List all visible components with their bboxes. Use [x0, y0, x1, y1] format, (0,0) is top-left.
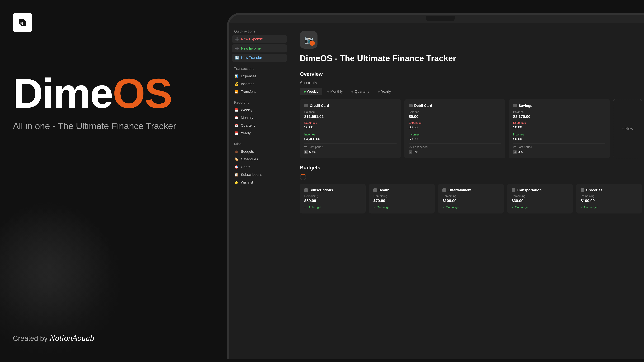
yearly-icon: 📅 — [234, 131, 238, 135]
sidebar-item-yearly[interactable]: 📅 Yearly — [232, 129, 287, 137]
savings-incomes-value: $0.00 — [513, 137, 605, 141]
created-by-label: Created by — [13, 334, 48, 342]
debit-percent-value: 0% — [414, 150, 418, 154]
weekly-tab-label: Weekly — [307, 89, 318, 94]
monthly-tab-dot — [327, 91, 329, 92]
sidebar-item-subscriptions[interactable]: 📋 Subscriptions — [232, 171, 287, 179]
quarterly-label: Quarterly — [241, 123, 255, 128]
goals-label: Goals — [241, 165, 250, 169]
sidebar-item-expenses[interactable]: 📊 Expenses — [232, 72, 287, 80]
tab-monthly[interactable]: Monthly — [323, 88, 347, 95]
goals-icon: 🎯 — [234, 165, 238, 169]
main-content: 📷 DimeOS - The Ultimate Finance Tracker … — [290, 23, 644, 359]
savings-card: Savings Balance $2,170.00 Expenses $0.00… — [508, 99, 610, 158]
credit-incomes-label: Incomes — [304, 133, 396, 136]
categories-label: Categories — [241, 157, 258, 161]
yearly-tab-dot — [378, 91, 380, 92]
overview-section: Overview Accounts Weekly Monthly — [300, 71, 642, 158]
yearly-label: Yearly — [241, 131, 250, 135]
health-remaining-label: Remaining — [373, 195, 430, 198]
entertainment-status: ✓ On budget — [442, 206, 499, 209]
debit-percent: ☑ 0% — [409, 150, 501, 154]
transportation-status: ✓ On budget — [512, 206, 568, 209]
reporting-title: Reporting — [232, 100, 287, 105]
credit-percent-value: 59% — [309, 150, 316, 154]
transportation-status-label: On budget — [515, 206, 528, 209]
debit-expenses-label: Expenses — [409, 121, 501, 124]
budget-health-header: Health — [373, 188, 430, 192]
weekly-tab-dot — [304, 91, 306, 92]
transportation-remaining-label: Remaining — [512, 195, 568, 198]
credit-balance-label: Balance — [304, 110, 396, 114]
subscriptions-status-label: On budget — [308, 206, 321, 209]
categories-icon: 🏷️ — [234, 157, 238, 162]
credit-percent: ☑ 59% — [304, 150, 396, 154]
brand-dime: Dime — [13, 70, 113, 117]
left-background — [0, 0, 226, 362]
sidebar-item-transfers[interactable]: 🔁 Transfers — [232, 88, 287, 96]
budget-transportation-header: Transportation — [512, 188, 568, 192]
debit-incomes-label: Incomes — [409, 133, 501, 136]
monthly-label: Monthly — [241, 116, 253, 120]
sidebar-item-goals[interactable]: 🎯 Goals — [232, 163, 287, 171]
quick-actions-section: Quick actions ➕ New Expense ➕ New Income… — [232, 29, 287, 62]
sidebar-item-wishlist[interactable]: ⭐ Wishlist — [232, 179, 287, 186]
app-content: Quick actions ➕ New Expense ➕ New Income… — [229, 23, 644, 359]
groceries-budget-icon — [581, 188, 584, 192]
device-topbar — [229, 15, 644, 23]
orange-dot-decoration — [310, 40, 315, 46]
entertainment-remaining-value: $100.00 — [442, 199, 499, 203]
expenses-label: Expenses — [241, 74, 256, 78]
health-budget-name: Health — [378, 188, 389, 192]
new-transfer-button[interactable]: 🔄 New Transfer — [232, 54, 287, 62]
savings-percent-icon: ☑ — [513, 150, 517, 154]
groceries-status: ✓ On budget — [581, 206, 638, 209]
savings-percent: ☑ 0% — [513, 150, 605, 154]
created-by: Created by NotionAouab — [13, 333, 94, 343]
new-expense-button[interactable]: ➕ New Expense — [232, 35, 287, 43]
creator-name: NotionAouab — [50, 333, 94, 343]
budget-groceries-header: Groceries — [581, 188, 638, 192]
sidebar-item-quarterly[interactable]: 📅 Quarterly — [232, 122, 287, 129]
groceries-status-label: On budget — [584, 206, 598, 209]
savings-balance-value: $2,170.00 — [513, 114, 605, 119]
sidebar-item-categories[interactable]: 🏷️ Categories — [232, 155, 287, 163]
subscriptions-budget-name: Subscriptions — [310, 188, 333, 192]
sidebar-item-budgets[interactable]: 💼 Budgets — [232, 148, 287, 155]
credit-balance-value: $11,901.02 — [304, 114, 396, 119]
credit-incomes-value: $4,400.00 — [304, 137, 396, 141]
tab-quarterly[interactable]: Quarterly — [348, 88, 373, 95]
device-notch — [426, 16, 455, 21]
accounts-tab-bar: Weekly Monthly Quarterly Yearly — [300, 88, 642, 95]
transportation-check-icon: ✓ — [512, 206, 514, 209]
new-income-button[interactable]: ➕ New Income — [232, 44, 287, 52]
subscriptions-remaining-label: Remaining — [304, 195, 361, 198]
credit-card-name: Credit Card — [310, 104, 329, 108]
credit-expenses-label: Expenses — [304, 121, 396, 124]
tab-weekly[interactable]: Weekly — [300, 88, 322, 95]
incomes-icon: 💰 — [234, 82, 238, 86]
budget-transportation: Transportation Remaining $30.00 ✓ On bud… — [507, 184, 573, 214]
add-account-button[interactable]: + New — [613, 99, 642, 158]
tab-yearly[interactable]: Yearly — [374, 88, 394, 95]
health-check-icon: ✓ — [373, 206, 376, 209]
savings-expenses-label: Expenses — [513, 121, 605, 124]
sidebar-item-incomes[interactable]: 💰 Incomes — [232, 80, 287, 88]
savings-balance-label: Balance — [513, 110, 605, 114]
transfer-icon: 🔄 — [235, 56, 239, 60]
device-container: Quick actions ➕ New Expense ➕ New Income… — [227, 13, 644, 359]
subscriptions-icon: 📋 — [234, 172, 238, 177]
sidebar-item-monthly[interactable]: 📅 Monthly — [232, 114, 287, 122]
health-budget-icon — [373, 188, 377, 192]
sidebar-item-weekly[interactable]: 📅 Weekly — [232, 106, 287, 114]
health-remaining-value: $70.00 — [373, 199, 430, 203]
misc-title: Misc — [232, 142, 287, 146]
sidebar: Quick actions ➕ New Expense ➕ New Income… — [229, 23, 290, 359]
savings-divider — [513, 131, 605, 131]
savings-card-header: Savings — [513, 104, 605, 108]
debit-percent-icon: ☑ — [409, 150, 412, 154]
quarterly-tab-label: Quarterly — [355, 89, 369, 94]
new-income-label: New Income — [241, 46, 261, 50]
savings-card-icon — [513, 104, 517, 107]
entertainment-remaining-label: Remaining — [442, 195, 499, 198]
